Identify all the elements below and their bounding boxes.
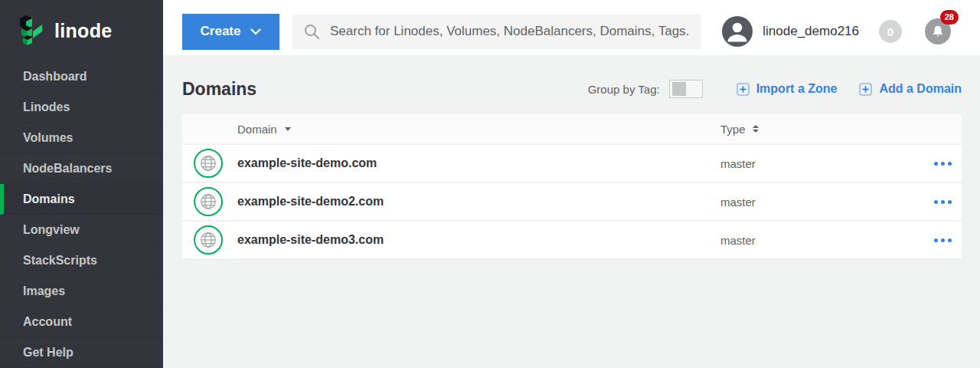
plus-square-icon [737,83,750,96]
bell-icon [930,24,946,39]
sidebar-item-account[interactable]: Account [0,307,163,337]
sidebar-item-stackscripts[interactable]: StackScripts [0,245,163,276]
sidebar-item-label: Account [23,315,72,329]
avatar-icon [722,16,753,47]
sidebar-item-linodes[interactable]: Linodes [0,92,163,123]
add-domain-label: Add a Domain [879,82,962,96]
globe-icon [194,149,223,178]
globe-icon [194,187,223,216]
globe-icon [194,225,223,255]
toggle-knob [672,82,686,96]
sidebar-item-label: Dashboard [23,70,87,84]
sidebar-item-label: Longview [23,223,80,237]
domain-type: master [720,234,916,247]
sidebar-item-get-help[interactable]: Get Help [0,337,163,368]
domain-name: example-site-demo2.com [237,195,720,209]
search-input[interactable] [328,23,691,40]
caret-down-icon [285,127,291,131]
user-menu[interactable]: linode_demo216 [722,16,859,47]
domain-type: master [720,157,916,170]
row-actions-button[interactable] [916,238,962,242]
sidebar-item-label: Linodes [23,100,70,114]
import-zone-label: Import a Zone [756,82,838,96]
table-row[interactable]: example-site-demo3.com master [182,222,962,260]
main-content: Domains Group by Tag: Import a Zone [163,55,980,368]
sidebar-item-label: Domains [23,192,75,206]
sidebar-item-domains[interactable]: Domains [0,184,163,215]
row-actions-button[interactable] [916,200,962,204]
plus-square-icon [859,83,872,96]
sidebar: linode Dashboard Linodes Volumes NodeBal… [0,0,163,368]
domain-name: example-site-demo.com [237,156,720,170]
create-button-label: Create [201,24,241,39]
top-bar: Create linode_demo216 0 [163,0,980,55]
domain-type: master [720,196,916,209]
username: linode_demo216 [763,24,859,39]
notification-count-badge: 28 [940,10,959,25]
group-by-tag-label: Group by Tag: [588,83,660,96]
sidebar-item-volumes[interactable]: Volumes [0,123,163,153]
page-header: Domains Group by Tag: Import a Zone [182,74,962,104]
sidebar-item-label: StackScripts [23,254,97,268]
caret-up-down-icon [753,125,759,133]
page-title: Domains [182,79,588,100]
create-button[interactable]: Create [182,14,279,50]
notifications-button[interactable]: 28 [925,18,951,44]
row-actions-button[interactable] [916,162,962,166]
linode-brand[interactable]: linode [0,0,163,61]
sidebar-item-longview[interactable]: Longview [0,215,163,245]
page-controls: Group by Tag: Import a Zone Add a Doma [588,80,962,98]
sidebar-item-dashboard[interactable]: Dashboard [0,61,163,92]
domains-table-body: example-site-demo.com master example-sit… [182,145,962,260]
domain-name: example-site-demo3.com [237,233,720,247]
sidebar-item-nodebalancers[interactable]: NodeBalancers [0,153,163,184]
sidebar-nav: Dashboard Linodes Volumes NodeBalancers … [0,61,163,368]
table-row[interactable]: example-site-demo.com master [182,145,962,183]
column-header-domain[interactable]: Domain [237,123,720,136]
domains-table-header: Domain Type [182,114,962,145]
events-count: 0 [887,25,893,38]
search-icon [303,23,320,40]
column-header-type[interactable]: Type [720,123,916,136]
brand-name: linode [54,20,112,42]
sidebar-item-images[interactable]: Images [0,276,163,307]
sidebar-item-label: Volumes [23,131,74,145]
group-by-tag-toggle[interactable] [669,80,703,98]
import-zone-link[interactable]: Import a Zone [737,82,838,96]
global-search[interactable] [292,15,701,49]
sidebar-item-label: NodeBalancers [23,162,113,176]
linode-logo-icon [15,13,47,48]
table-row[interactable]: example-site-demo2.com master [182,183,962,222]
events-count-badge[interactable]: 0 [879,20,902,43]
add-domain-link[interactable]: Add a Domain [859,82,962,96]
chevron-down-icon [250,28,261,35]
sidebar-item-label: Images [23,284,65,298]
domains-table: Domain Type exa [182,114,962,260]
sidebar-item-label: Get Help [23,346,74,360]
